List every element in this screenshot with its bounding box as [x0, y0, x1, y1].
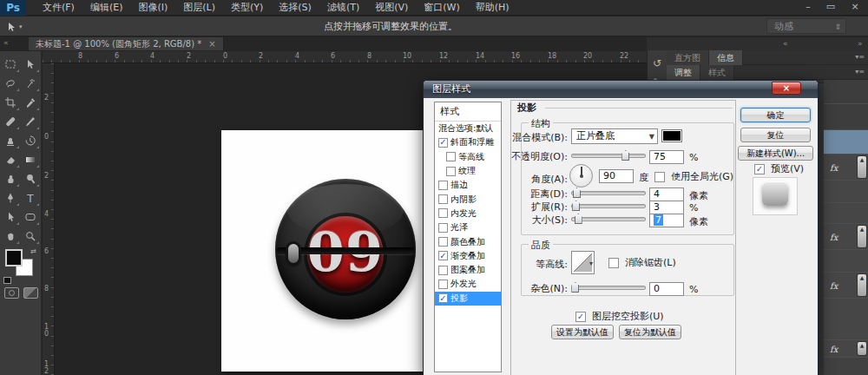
style-list-item[interactable]: 颜色叠加 — [435, 234, 501, 248]
panel-menu-icon[interactable]: ▾≡ — [855, 68, 865, 76]
menu-item[interactable]: 窗口(W) — [416, 0, 467, 16]
menu-item[interactable]: 帮助(H) — [468, 0, 517, 16]
dialog-title-bar[interactable]: 图层样式 — [424, 81, 818, 98]
style-checkbox[interactable]: ✓ — [438, 138, 448, 148]
layer-row[interactable]: fx▲ — [824, 155, 868, 181]
move-tool[interactable] — [21, 55, 42, 74]
global-light-option[interactable]: 使用全局光(G) — [654, 170, 733, 183]
angle-value[interactable]: 90 — [599, 169, 634, 183]
crop-tool[interactable] — [0, 93, 21, 112]
style-checkbox[interactable] — [446, 167, 456, 176]
move-tool-preset[interactable]: ▾ — [5, 19, 31, 34]
default-colors-icon[interactable] — [3, 277, 11, 284]
restore-button[interactable]: ▭ — [819, 0, 842, 16]
panel-tab-1[interactable]: 调整 — [667, 65, 700, 80]
menu-item[interactable]: 选择(S) — [271, 0, 319, 16]
layer-row[interactable]: fx▲ — [824, 340, 868, 358]
panel-menu-icon[interactable]: ▾≡ — [855, 53, 865, 61]
brush-tool[interactable] — [21, 112, 42, 131]
style-checkbox[interactable] — [438, 237, 448, 247]
menu-item[interactable]: 图像(I) — [130, 0, 175, 16]
distance-slider[interactable] — [571, 191, 646, 195]
spread-value[interactable]: 3 — [649, 201, 684, 214]
collapse-dock-chevrons-icon[interactable]: « — [783, 39, 788, 48]
layer-row[interactable] — [824, 181, 868, 203]
style-checkbox[interactable] — [438, 223, 448, 233]
anti-alias-checkbox[interactable] — [608, 258, 619, 268]
horizontal-ruler[interactable]: 86420246810121416182022 — [43, 51, 647, 63]
foreground-color-swatch[interactable] — [5, 249, 23, 266]
pen-tool[interactable] — [0, 188, 21, 207]
layer-knockout-checkbox[interactable]: ✓ — [575, 312, 586, 322]
layer-row[interactable] — [824, 203, 868, 224]
collapse-effects-button[interactable]: ▲ — [858, 226, 866, 247]
panel-tab-2[interactable]: 信息 — [709, 50, 743, 65]
hand-tool[interactable] — [0, 227, 21, 246]
contour-picker[interactable]: ▾ — [571, 251, 595, 274]
eyedropper-tool[interactable] — [21, 93, 42, 112]
anti-alias-option[interactable]: 消除锯齿(L) — [608, 256, 676, 269]
shape-tool[interactable] — [21, 207, 42, 227]
opacity-slider[interactable] — [571, 154, 646, 158]
layer-row[interactable] — [824, 299, 868, 340]
noise-value[interactable]: 0 — [649, 282, 684, 296]
angle-dial[interactable] — [569, 164, 593, 188]
global-light-checkbox[interactable] — [654, 172, 665, 182]
gradient-tool[interactable] — [21, 150, 42, 169]
lasso-tool[interactable] — [0, 74, 21, 93]
healing-brush-tool[interactable] — [0, 112, 21, 131]
layer-row[interactable]: fx▲ — [824, 224, 868, 250]
blend-mode-select[interactable]: 正片叠底 ▼ — [571, 128, 658, 144]
history-panel-icon[interactable]: ↺ — [648, 57, 667, 69]
dodge-tool[interactable] — [21, 169, 42, 188]
swap-colors-icon[interactable]: ⇄ — [30, 247, 36, 255]
document-tab[interactable]: 未标题-1 @ 100% (圆角矩形 2, RGB/8) *× — [29, 37, 224, 50]
layer-row-selected[interactable] — [824, 130, 868, 155]
clone-stamp-tool[interactable] — [0, 131, 21, 150]
style-checkbox[interactable] — [446, 152, 456, 161]
menu-item[interactable]: 图层(L) — [175, 0, 223, 16]
new-style-button[interactable]: 新建样式(W)... — [738, 146, 813, 161]
preview-option[interactable]: ✓ 预览(V) — [754, 162, 804, 175]
reset-default-button[interactable]: 复位为默认值 — [619, 325, 681, 339]
quick-mask-button[interactable] — [4, 287, 19, 299]
ok-button[interactable]: 确定 — [740, 108, 811, 122]
vertical-ruler[interactable]: 2024681012 — [43, 63, 55, 375]
layer-knockout-option[interactable]: ✓ 图层挖空投影(U) — [575, 310, 664, 323]
style-checkbox[interactable] — [438, 266, 448, 275]
layer-row[interactable]: fx▲ — [824, 273, 868, 299]
shadow-color-swatch[interactable] — [661, 129, 682, 142]
zoom-tool[interactable] — [21, 227, 42, 246]
workspace-selector[interactable]: 动感 ⇕ — [766, 18, 846, 34]
style-checkbox[interactable] — [438, 181, 448, 190]
magic-wand-tool[interactable] — [21, 74, 42, 93]
type-tool[interactable]: T — [21, 188, 42, 207]
menu-item[interactable]: 文件(F) — [35, 0, 82, 16]
set-default-button[interactable]: 设置为默认值 — [551, 325, 614, 339]
style-checkbox[interactable] — [438, 194, 448, 204]
layer-row[interactable] — [824, 80, 868, 104]
style-checkbox[interactable] — [438, 280, 448, 289]
minimize-button[interactable]: – — [797, 0, 819, 16]
style-checkbox[interactable]: ✓ — [438, 251, 448, 260]
style-checkbox[interactable] — [438, 208, 448, 218]
size-value[interactable]: 7 — [649, 214, 684, 227]
collapse-chevrons-icon[interactable]: « — [3, 38, 9, 47]
collapse-effects-button[interactable]: ▲ — [858, 156, 866, 178]
layer-row[interactable] — [824, 250, 868, 273]
opacity-value[interactable]: 75 — [649, 150, 684, 164]
style-checkbox[interactable]: ✓ — [438, 293, 448, 303]
close-tab-icon[interactable]: × — [208, 39, 215, 49]
chevron-down-icon[interactable]: ▾ — [589, 260, 593, 267]
panel-tab-2[interactable]: 样式 — [700, 65, 734, 80]
menu-item[interactable]: 编辑(E) — [82, 0, 131, 16]
spread-slider[interactable] — [571, 204, 646, 208]
layer-row[interactable] — [824, 104, 868, 130]
smudge-tool[interactable] — [0, 169, 21, 188]
screen-mode-button[interactable] — [23, 287, 38, 299]
collapse-effects-button[interactable]: ▲ — [858, 274, 866, 296]
menu-item[interactable]: 滤镜(T) — [319, 0, 367, 16]
expand-dock-chevrons-icon[interactable]: » — [858, 39, 863, 48]
distance-value[interactable]: 4 — [649, 188, 684, 201]
menu-item[interactable]: 类型(Y) — [223, 0, 271, 16]
